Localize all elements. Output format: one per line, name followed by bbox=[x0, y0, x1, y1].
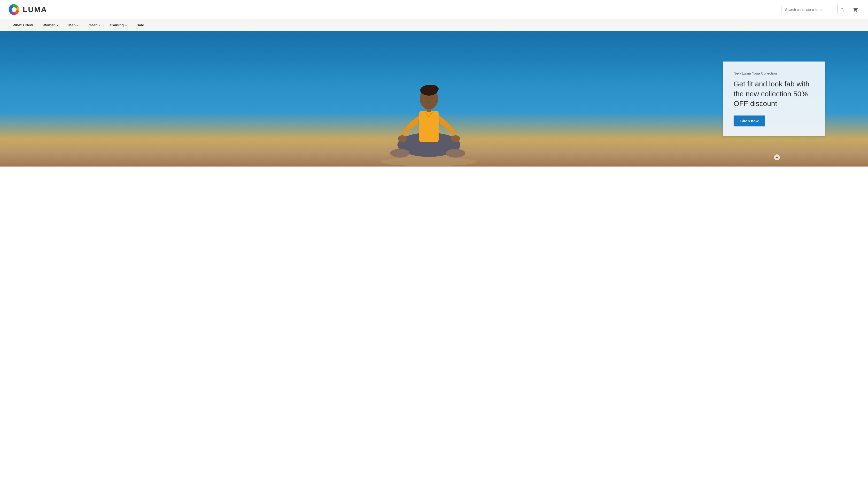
nav-link-whats-new[interactable]: What's New bbox=[8, 19, 38, 31]
chevron-down-icon: ⌄ bbox=[77, 24, 79, 26]
promo-subtitle: New Luma Yoga Collection bbox=[734, 71, 814, 75]
nav-link-sale[interactable]: Sale bbox=[132, 19, 149, 31]
nav-item-training: Training ⌄ bbox=[105, 19, 132, 31]
hero-section: New Luma Yoga Collection Get fit and loo… bbox=[0, 31, 868, 166]
nav-link-men[interactable]: Men ⌄ bbox=[63, 19, 84, 31]
luma-logo-icon bbox=[8, 3, 20, 16]
chevron-down-icon: ⌄ bbox=[57, 24, 59, 26]
chevron-down-icon: ⌄ bbox=[98, 24, 100, 26]
svg-point-8 bbox=[451, 135, 460, 142]
promo-box: New Luma Yoga Collection Get fit and loo… bbox=[723, 62, 825, 136]
yoga-person-illustration bbox=[378, 41, 480, 166]
chevron-down-icon: ⌄ bbox=[125, 24, 127, 26]
svg-point-7 bbox=[398, 135, 407, 142]
nav-item-whats-new: What's New bbox=[8, 19, 38, 31]
site-header: LUMA bbox=[0, 0, 868, 19]
nav-item-women: Women ⌄ bbox=[38, 19, 64, 31]
svg-point-1 bbox=[11, 7, 17, 12]
shop-now-button[interactable]: Shop now bbox=[734, 116, 766, 126]
svg-point-2 bbox=[380, 157, 477, 166]
logo-link[interactable]: LUMA bbox=[8, 3, 47, 16]
svg-point-13 bbox=[776, 157, 778, 158]
hero-person bbox=[378, 41, 480, 166]
slide-dot-icon bbox=[776, 156, 778, 158]
slide-indicator[interactable] bbox=[774, 154, 780, 160]
svg-point-5 bbox=[446, 149, 465, 158]
svg-point-4 bbox=[390, 149, 409, 158]
nav-item-men: Men ⌄ bbox=[63, 19, 84, 31]
cart-icon bbox=[853, 7, 858, 12]
svg-point-12 bbox=[429, 85, 439, 93]
nav-link-training[interactable]: Training ⌄ bbox=[105, 19, 132, 31]
nav-link-women[interactable]: Women ⌄ bbox=[38, 19, 64, 31]
main-nav: What's New Women ⌄ Men ⌄ Gear ⌄ Training bbox=[0, 19, 868, 31]
search-wrapper bbox=[781, 5, 847, 14]
search-button[interactable] bbox=[837, 5, 847, 14]
logo-text: LUMA bbox=[23, 5, 47, 14]
nav-link-gear[interactable]: Gear ⌄ bbox=[84, 19, 104, 31]
header-right bbox=[781, 5, 860, 14]
nav-list: What's New Women ⌄ Men ⌄ Gear ⌄ Training bbox=[8, 19, 149, 31]
search-icon bbox=[840, 7, 844, 12]
search-input[interactable] bbox=[782, 6, 837, 13]
nav-item-gear: Gear ⌄ bbox=[84, 19, 104, 31]
promo-title: Get fit and look fab with the new collec… bbox=[734, 79, 814, 109]
nav-item-sale: Sale bbox=[132, 19, 149, 31]
cart-button[interactable] bbox=[850, 5, 860, 14]
